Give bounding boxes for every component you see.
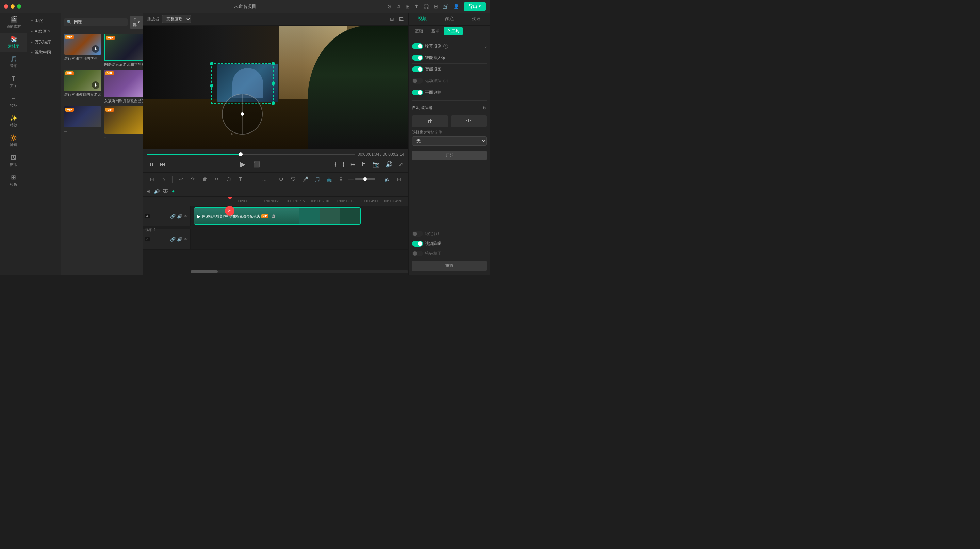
- tool-delete[interactable]: 🗑: [200, 174, 210, 184]
- prev-frame-button[interactable]: ⏮: [147, 160, 155, 169]
- nav-audio[interactable]: 🎵 音频: [0, 53, 27, 72]
- track-link-icon[interactable]: 🔗: [170, 237, 176, 242]
- search-input[interactable]: [74, 20, 125, 24]
- screenshot-button[interactable]: 🖥: [360, 160, 368, 169]
- vip-badge: VIP: [105, 71, 114, 75]
- track-visibility-icon[interactable]: 👁: [184, 214, 188, 219]
- nav-filters[interactable]: 🔆 滤镜: [0, 131, 27, 151]
- playhead[interactable]: ✂: [230, 196, 231, 274]
- subtab-mask[interactable]: 遮罩: [428, 27, 443, 35]
- layout-button[interactable]: ⊟: [394, 174, 404, 184]
- tool-text[interactable]: T: [235, 174, 245, 184]
- track-audio-icon[interactable]: 🔊: [177, 214, 182, 219]
- denoise-toggle[interactable]: [412, 241, 423, 247]
- grid-view-icon[interactable]: ⊞: [389, 16, 395, 22]
- tool-pip[interactable]: 📺: [324, 174, 334, 184]
- audio-button[interactable]: 🔊: [384, 160, 394, 169]
- reset-button[interactable]: 重置: [412, 260, 487, 271]
- sidebar-item-miao[interactable]: 万兴喵库: [27, 37, 61, 47]
- track-audio-icon[interactable]: 🔊: [177, 237, 182, 242]
- smart-avatar-toggle[interactable]: [412, 55, 423, 61]
- nav-my-media[interactable]: 🎬 我的素材: [0, 13, 27, 33]
- sidebar-item-visual[interactable]: 视觉中国: [27, 47, 61, 58]
- image-icon[interactable]: 🖼: [398, 16, 404, 22]
- list-item[interactable]: VIP ...: [64, 106, 102, 139]
- search-input-wrap[interactable]: 🔍: [64, 18, 127, 26]
- nav-stickers[interactable]: 🖼 贴纸: [0, 151, 27, 171]
- tool-pointer[interactable]: ↖: [159, 174, 169, 184]
- export-button[interactable]: 导出 ▾: [464, 2, 486, 11]
- tool-mic[interactable]: 🎤: [301, 174, 310, 184]
- list-item[interactable]: VIP ⬇ 网课结束后老师和学生相互...: [104, 34, 143, 67]
- sidebar-item-my[interactable]: 我的: [27, 16, 61, 26]
- subtab-ai[interactable]: AI工具: [444, 27, 463, 35]
- list-item[interactable]: VIP ⬇ 进行网课教育的女老师: [64, 70, 102, 103]
- tool-monitor[interactable]: 🖥: [336, 174, 346, 184]
- track-visibility-icon[interactable]: 👁: [184, 237, 188, 242]
- timeline-scroll-thumb[interactable]: [191, 270, 218, 273]
- smart-cutout-toggle[interactable]: [412, 66, 423, 72]
- list-item[interactable]: VIP ⬇ 女孩听网课并修改自己的作品: [104, 70, 143, 103]
- fullscreen-button[interactable]: ↗: [397, 160, 404, 169]
- bind-file-select[interactable]: 无: [412, 136, 487, 146]
- tool-music[interactable]: 🎵: [312, 174, 322, 184]
- tool-redo[interactable]: ↷: [188, 174, 198, 184]
- tab-video[interactable]: 视频: [409, 13, 436, 25]
- close-button[interactable]: [4, 5, 8, 8]
- download-button[interactable]: ⬇: [92, 45, 99, 53]
- progress-thumb[interactable]: [239, 152, 243, 156]
- planar-track-toggle[interactable]: [412, 89, 423, 95]
- mark-in-button[interactable]: {: [333, 160, 337, 169]
- stop-button[interactable]: ⬛: [252, 160, 261, 169]
- rewind-button[interactable]: ⏭: [159, 160, 167, 169]
- camera-button[interactable]: 📷: [371, 160, 381, 169]
- maximize-button[interactable]: [17, 5, 21, 8]
- tool-shape[interactable]: □: [247, 174, 257, 184]
- progress-bar[interactable]: [147, 153, 355, 155]
- eye-button[interactable]: 👁: [451, 115, 487, 127]
- nav-templates[interactable]: ⊞ 模板: [0, 171, 27, 191]
- refresh-icon[interactable]: ↻: [482, 105, 487, 111]
- tab-speed[interactable]: 变速: [463, 13, 490, 25]
- tl-add-media[interactable]: ⊞: [146, 188, 151, 195]
- play-button[interactable]: ▶: [239, 159, 247, 169]
- tool-more[interactable]: …: [259, 174, 269, 184]
- speed-decrease[interactable]: —: [348, 176, 353, 182]
- green-screen-toggle[interactable]: [412, 43, 423, 49]
- mark-out-button[interactable]: }: [341, 160, 346, 169]
- tool-undo[interactable]: ↩: [176, 174, 186, 184]
- tool-settings[interactable]: ⚙: [276, 174, 286, 184]
- tl-add-audio[interactable]: 🔊: [153, 188, 160, 195]
- subtab-basic[interactable]: 基础: [411, 27, 426, 35]
- delete-button[interactable]: 🗑: [412, 115, 448, 127]
- tool-multi-select[interactable]: ⊞: [147, 174, 157, 184]
- speed-slider[interactable]: [355, 179, 375, 180]
- list-item[interactable]: VIP ...: [104, 106, 143, 139]
- tl-add-image[interactable]: 🖼: [162, 188, 169, 195]
- timeline-scrollbar[interactable]: [191, 270, 408, 273]
- tool-crop[interactable]: ⬡: [224, 174, 234, 184]
- sidebar-item-ai-paint[interactable]: AI绘画 ?: [27, 26, 61, 37]
- tool-shield[interactable]: 🛡: [288, 174, 298, 184]
- volume-icon[interactable]: 🔈: [382, 174, 392, 184]
- track-link-icon[interactable]: 🔗: [170, 214, 176, 219]
- start-button[interactable]: 开始: [412, 150, 487, 160]
- vip-badge: VIP: [65, 35, 74, 39]
- tab-color[interactable]: 颜色: [436, 13, 463, 25]
- list-item[interactable]: VIP ⬇ 进行网课学习的学生: [64, 34, 102, 67]
- quality-select[interactable]: 完整画质: [162, 15, 191, 23]
- ruler-mark: 00:00:03:05: [336, 199, 360, 203]
- help-icon[interactable]: ?: [443, 44, 448, 49]
- nav-transition[interactable]: ↔ 转场: [0, 92, 27, 112]
- filter-button[interactable]: 全部 ▾: [130, 16, 143, 29]
- tool-split[interactable]: ✂: [212, 174, 221, 184]
- download-button[interactable]: ⬇: [92, 81, 99, 89]
- nav-text[interactable]: T 文字: [0, 72, 27, 92]
- speed-increase[interactable]: +: [377, 176, 380, 182]
- nav-library[interactable]: 📚 素材库: [0, 33, 27, 53]
- insert-button[interactable]: ↦: [349, 160, 356, 169]
- video-clip[interactable]: ▶ 网课结束后老师和学生相互说再见镜头 VIP 🖼: [194, 207, 361, 225]
- nav-effects[interactable]: ✨ 特效: [0, 112, 27, 131]
- minimize-button[interactable]: [11, 5, 14, 8]
- tl-add-compound[interactable]: ✦: [170, 188, 176, 195]
